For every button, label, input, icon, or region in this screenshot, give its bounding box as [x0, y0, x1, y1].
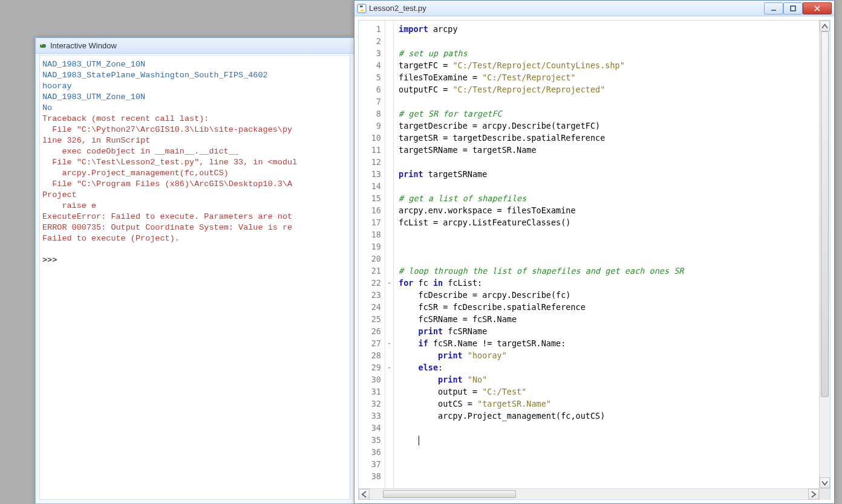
code-line: if fcSR.Name != targetSR.Name:: [399, 337, 830, 349]
code-line: [399, 434, 830, 446]
console-line: No: [42, 103, 347, 114]
vertical-scrollbar[interactable]: [819, 21, 830, 488]
console-line: Project: [42, 190, 347, 201]
hscroll-thumb[interactable]: [383, 490, 516, 498]
fold-column[interactable]: - - -: [385, 21, 394, 488]
close-button[interactable]: [803, 2, 832, 15]
svg-rect-3: [791, 6, 795, 11]
console-line: Failed to execute (Project).: [42, 233, 347, 244]
editor-title: Lesson2_test.py: [369, 4, 426, 13]
window-controls: [764, 2, 832, 15]
horizontal-scrollbar[interactable]: [359, 488, 830, 499]
code-line: # loop through the list of shapefiles an…: [399, 265, 830, 277]
scroll-up-button[interactable]: [820, 21, 830, 31]
scroll-left-button[interactable]: [359, 489, 370, 500]
code-line: [399, 156, 830, 168]
code-line: filesToExamine = "C:/Test/Reproject": [399, 71, 830, 83]
console-output[interactable]: NAD_1983_UTM_Zone_10NNAD_1983_StatePlane…: [39, 55, 350, 500]
code-line: targetDescribe = arcpy.Describe(targetFC…: [399, 120, 830, 132]
code-line: [399, 446, 830, 458]
code-line: # get SR for targetFC: [399, 108, 830, 120]
code-line: print fcSRName: [399, 325, 830, 337]
console-line: File "C:\Test\Lesson2_test.py", line 33,…: [42, 157, 347, 168]
console-line: Traceback (most recent call last):: [42, 114, 347, 124]
code-line: output = "C:/Test": [399, 386, 830, 398]
interactive-titlebar[interactable]: Interactive Window: [36, 38, 354, 54]
svg-point-0: [41, 44, 42, 45]
code-line: [399, 228, 830, 241]
console-line: exec codeObject in __main__.__dict__: [42, 146, 347, 157]
code-line: print "No": [399, 373, 830, 386]
console-line: NAD_1983_StatePlane_Washington_South_FIP…: [42, 70, 347, 81]
minimize-button[interactable]: [764, 2, 783, 15]
interactive-title: Interactive Window: [50, 41, 117, 50]
code-line: fcSRName = fcSR.Name: [399, 313, 830, 325]
code-line: print targetSRName: [399, 168, 830, 180]
maximize-button[interactable]: [783, 2, 803, 15]
editor-titlebar[interactable]: Lesson2_test.py: [354, 1, 834, 16]
console-line: File "C:\Program Files (x86)\ArcGIS\Desk…: [42, 179, 347, 190]
editor-body: 1234567891011121314151617181920212223242…: [358, 20, 831, 500]
code-line: else:: [399, 361, 830, 373]
code-line: outputFC = "C:/Test/Reproject/Reprojecte…: [399, 83, 830, 95]
scroll-corner: [819, 489, 830, 500]
python-file-icon: [357, 4, 367, 13]
code-line: [399, 422, 830, 434]
console-line: File "C:\Python27\ArcGIS10.3\Lib\site-pa…: [42, 124, 347, 135]
code-line: [399, 470, 830, 482]
console-line: >>>: [42, 255, 347, 266]
console-line: line 326, in RunScript: [42, 135, 347, 146]
code-text[interactable]: import arcpy # set up pathstargetFC = "C…: [394, 21, 830, 488]
code-line: arcpy.Project_management(fc,outCS): [399, 410, 830, 422]
scroll-thumb[interactable]: [821, 31, 829, 397]
scroll-track[interactable]: [820, 31, 830, 477]
code-line: targetFC = "C:/Test/Reproject/CountyLine…: [399, 59, 830, 71]
code-line: targetSR = targetDescribe.spatialReferen…: [399, 132, 830, 144]
code-line: outCS = "targetSR.Name": [399, 398, 830, 410]
code-line: [399, 95, 830, 108]
console-line: [42, 244, 347, 255]
code-line: fcDescribe = arcpy.Describe(fc): [399, 289, 830, 301]
code-line: fcSR = fcDescribe.spatialReference: [399, 301, 830, 313]
code-line: [399, 180, 830, 192]
code-line: # get a list of shapefiles: [399, 192, 830, 204]
console-line: NAD_1983_UTM_Zone_10N: [42, 92, 347, 103]
interactive-window: Interactive Window NAD_1983_UTM_Zone_10N…: [35, 37, 354, 504]
code-line: targetSRName = targetSR.Name: [399, 144, 830, 156]
code-line: print "hooray": [399, 349, 830, 361]
code-area[interactable]: 1234567891011121314151617181920212223242…: [359, 21, 830, 488]
line-number-gutter: 1234567891011121314151617181920212223242…: [359, 21, 385, 488]
code-line: fcList = arcpy.ListFeatureClasses(): [399, 216, 830, 228]
console-line: raise e: [42, 201, 347, 212]
code-line: [399, 35, 830, 47]
code-line: # set up paths: [399, 47, 830, 59]
console-line: ExecuteError: Failed to execute. Paramet…: [42, 212, 347, 222]
console-line: arcpy.Project_management(fc,outCS): [42, 168, 347, 179]
editor-window: Lesson2_test.py 123456789101112131415161…: [354, 0, 835, 504]
scroll-right-button[interactable]: [808, 489, 819, 500]
code-line: [399, 253, 830, 265]
python-snake-icon: [38, 41, 48, 51]
console-line: NAD_1983_UTM_Zone_10N: [42, 59, 347, 70]
console-line: ERROR 000735: Output Coordinate System: …: [42, 222, 347, 233]
code-line: import arcpy: [399, 23, 830, 35]
code-line: for fc in fcList:: [399, 277, 830, 289]
code-line: arcpy.env.workspace = filesToExamine: [399, 204, 830, 216]
code-line: [399, 241, 830, 253]
code-line: [399, 458, 830, 470]
console-line: hooray: [42, 81, 347, 92]
scroll-down-button[interactable]: [820, 477, 830, 488]
